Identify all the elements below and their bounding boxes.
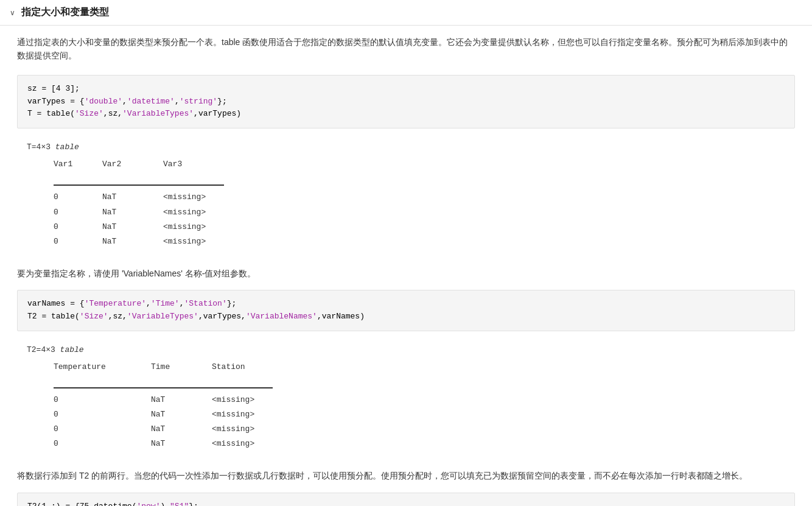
section-header: ∨ 指定大小和变量类型 [0,0,812,26]
code-block-2[interactable]: varNames = {'Temperature','Time','Statio… [17,290,795,331]
collapse-icon[interactable]: ∨ [10,9,15,17]
page-container: ∨ 指定大小和变量类型 通过指定表的大小和变量的数据类型来预分配一个表。tabl… [0,0,812,506]
section-body: 通过指定表的大小和变量的数据类型来预分配一个表。table 函数使用适合于您指定… [0,26,812,506]
col-header-var1: Var1 [54,158,102,171]
table-row: 0 NaT <missing> [54,408,785,421]
table-row: 0 NaT <missing> [54,393,785,407]
output-block-2: T2=4×3 table Temperature Time Station 0 … [17,339,795,460]
table-row: 0 NaT <missing> [54,423,785,436]
table-row: 0 NaT <missing> [54,206,785,219]
table-row: 0 NaT <missing> [54,220,785,234]
mid-text: 要为变量指定名称，请使用 'VariableNames' 名称-值对组参数。 [17,267,795,280]
output-label-1: T=4×3 table [27,141,785,154]
description-text: 通过指定表的大小和变量的数据类型来预分配一个表。table 函数使用适合于您指定… [17,35,795,63]
col-header-var2: Var2 [102,158,163,171]
col-header-var3: Var3 [163,158,224,171]
code-block-1[interactable]: sz = [4 3]; varTypes = {'double','dateti… [17,75,795,128]
col-header-temperature: Temperature [54,360,151,374]
col-header-station: Station [212,360,273,374]
table-row: 0 NaT <missing> [54,235,785,248]
bottom-text: 将数据行添加到 T2 的前两行。当您的代码一次性添加一行数据或几行数据时，可以使… [17,469,795,482]
col-header-time: Time [151,360,212,374]
table-row: 0 NaT <missing> [54,437,785,451]
code-block-3[interactable]: T2(1,:) = {75,datetime('now'),"S1"}; T2(… [17,493,795,506]
output-label-2: T2=4×3 table [27,343,785,357]
section-title: 指定大小和变量类型 [21,6,109,19]
output-block-1: T=4×3 table Var1 Var2 Var3 0 NaT <missin… [17,136,795,257]
table-row: 0 NaT <missing> [54,191,785,204]
